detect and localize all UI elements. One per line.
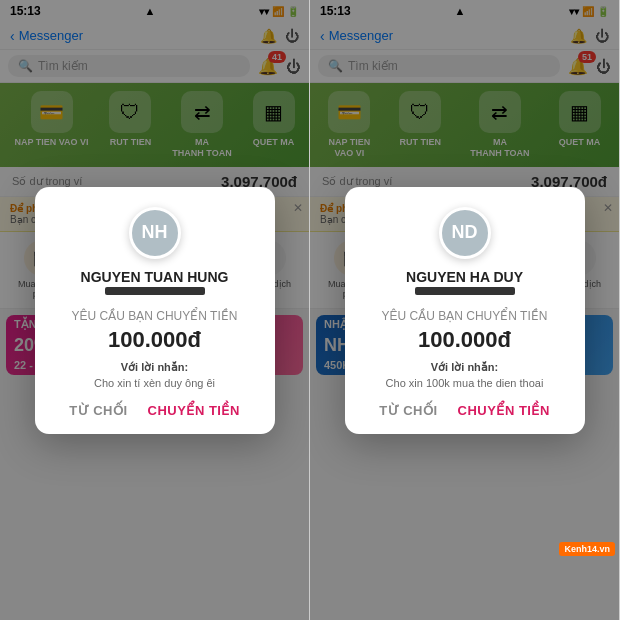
modal-actions-right: TỪ CHỐI CHUYỂN TIỀN [369,403,561,418]
watermark: Kenh14.vn [559,542,615,556]
sender-name-right: NGUYEN HA DUY [369,269,561,285]
modal-overlay-left: NH NGUYEN TUAN HUNG YÊU CẦU BẠN CHUYỂN T… [0,0,309,620]
reject-button-left[interactable]: TỪ CHỐI [69,403,127,418]
message-text-right: Cho xin 100k mua the dien thoai [369,377,561,389]
account-number-left [105,287,205,295]
reject-button-right[interactable]: TỪ CHỐI [379,403,437,418]
avatar-right: ND [439,207,491,259]
phone-screen-right: 15:13 ▲ ▾▾ 📶 🔋 ‹ Messenger 🔔 ⏻ 🔍 Tìm kiế… [310,0,620,620]
avatar-left: NH [129,207,181,259]
modal-card-right: ND NGUYEN HA DUY YÊU CẦU BẠN CHUYỂN TIỀN… [345,187,585,434]
modal-card-left: NH NGUYEN TUAN HUNG YÊU CẦU BẠN CHUYỂN T… [35,187,275,434]
request-text-right: YÊU CẦU BẠN CHUYỂN TIỀN [369,309,561,323]
sender-name-left: NGUYEN TUAN HUNG [59,269,251,285]
request-text-left: YÊU CẦU BẠN CHUYỂN TIỀN [59,309,251,323]
message-label-right: Với lời nhắn: [369,361,561,374]
message-text-left: Cho xin tí xèn duy ông êi [59,377,251,389]
message-label-left: Với lời nhắn: [59,361,251,374]
transfer-button-left[interactable]: CHUYỂN TIỀN [148,403,240,418]
modal-actions-left: TỪ CHỐI CHUYỂN TIỀN [59,403,251,418]
amount-right: 100.000đ [369,327,561,353]
account-number-right [415,287,515,295]
modal-overlay-right: ND NGUYEN HA DUY YÊU CẦU BẠN CHUYỂN TIỀN… [310,0,619,620]
amount-left: 100.000đ [59,327,251,353]
phone-screen-left: 15:13 ▲ ▾▾ 📶 🔋 ‹ Messenger 🔔 ⏻ 🔍 Tìm kiế… [0,0,310,620]
transfer-button-right[interactable]: CHUYỂN TIỀN [458,403,550,418]
